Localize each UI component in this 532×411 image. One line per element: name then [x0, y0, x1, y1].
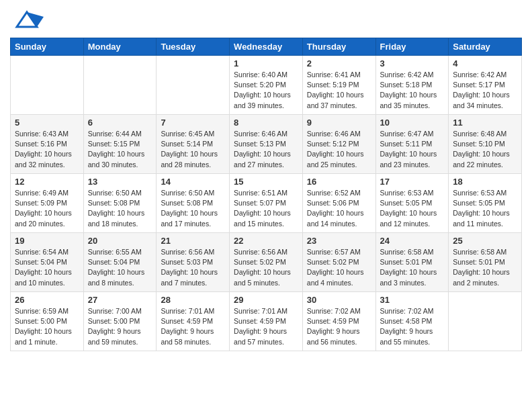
day-info: Sunrise: 6:55 AM Sunset: 5:04 PM Dayligh…	[88, 247, 152, 288]
calendar-cell	[449, 292, 522, 351]
day-info: Sunrise: 7:00 AM Sunset: 5:00 PM Dayligh…	[88, 306, 152, 347]
day-info: Sunrise: 6:45 AM Sunset: 5:14 PM Dayligh…	[161, 129, 225, 170]
calendar-cell: 20Sunrise: 6:55 AM Sunset: 5:04 PM Dayli…	[83, 233, 157, 292]
calendar-table: SundayMondayTuesdayWednesdayThursdayFrid…	[10, 38, 522, 351]
week-row-3: 12Sunrise: 6:49 AM Sunset: 5:09 PM Dayli…	[11, 174, 522, 233]
day-number: 7	[161, 118, 225, 128]
day-info: Sunrise: 6:54 AM Sunset: 5:04 PM Dayligh…	[15, 247, 79, 288]
day-header-saturday: Saturday	[449, 38, 522, 56]
calendar-cell: 10Sunrise: 6:47 AM Sunset: 5:11 PM Dayli…	[375, 115, 449, 174]
day-info: Sunrise: 6:50 AM Sunset: 5:08 PM Dayligh…	[88, 188, 152, 229]
calendar-body: 1Sunrise: 6:40 AM Sunset: 5:20 PM Daylig…	[11, 56, 522, 351]
calendar-cell: 25Sunrise: 6:58 AM Sunset: 5:01 PM Dayli…	[449, 233, 522, 292]
day-info: Sunrise: 6:58 AM Sunset: 5:01 PM Dayligh…	[380, 247, 445, 288]
logo	[10, 7, 46, 34]
day-number: 9	[307, 118, 371, 128]
calendar-cell: 30Sunrise: 7:02 AM Sunset: 4:59 PM Dayli…	[302, 292, 375, 351]
day-number: 21	[161, 236, 225, 246]
calendar-cell: 6Sunrise: 6:44 AM Sunset: 5:15 PM Daylig…	[83, 115, 157, 174]
calendar-cell	[157, 56, 230, 115]
day-number: 20	[88, 236, 152, 246]
day-number: 10	[380, 118, 445, 128]
day-info: Sunrise: 6:47 AM Sunset: 5:11 PM Dayligh…	[380, 129, 445, 170]
calendar-cell: 24Sunrise: 6:58 AM Sunset: 5:01 PM Dayli…	[375, 233, 449, 292]
day-info: Sunrise: 6:41 AM Sunset: 5:19 PM Dayligh…	[307, 70, 371, 111]
day-number: 12	[15, 177, 79, 187]
day-header-tuesday: Tuesday	[157, 38, 230, 56]
calendar-cell: 3Sunrise: 6:42 AM Sunset: 5:18 PM Daylig…	[375, 56, 449, 115]
calendar-cell: 28Sunrise: 7:01 AM Sunset: 4:59 PM Dayli…	[157, 292, 230, 351]
day-number: 19	[15, 236, 79, 246]
day-number: 15	[234, 177, 298, 187]
calendar-cell	[83, 56, 157, 115]
week-row-1: 1Sunrise: 6:40 AM Sunset: 5:20 PM Daylig…	[11, 56, 522, 115]
day-number: 14	[161, 177, 225, 187]
calendar-cell: 14Sunrise: 6:50 AM Sunset: 5:08 PM Dayli…	[157, 174, 230, 233]
day-info: Sunrise: 7:02 AM Sunset: 4:59 PM Dayligh…	[307, 306, 371, 347]
day-number: 11	[453, 118, 517, 128]
day-info: Sunrise: 6:56 AM Sunset: 5:02 PM Dayligh…	[234, 247, 298, 288]
calendar-cell: 19Sunrise: 6:54 AM Sunset: 5:04 PM Dayli…	[11, 233, 84, 292]
day-info: Sunrise: 6:40 AM Sunset: 5:20 PM Dayligh…	[234, 70, 298, 111]
day-info: Sunrise: 6:52 AM Sunset: 5:06 PM Dayligh…	[307, 188, 371, 229]
calendar-cell: 26Sunrise: 6:59 AM Sunset: 5:00 PM Dayli…	[11, 292, 84, 351]
day-header-wednesday: Wednesday	[230, 38, 303, 56]
calendar-cell: 2Sunrise: 6:41 AM Sunset: 5:19 PM Daylig…	[302, 56, 375, 115]
calendar-cell: 11Sunrise: 6:48 AM Sunset: 5:10 PM Dayli…	[449, 115, 522, 174]
calendar-cell: 22Sunrise: 6:56 AM Sunset: 5:02 PM Dayli…	[230, 233, 303, 292]
day-info: Sunrise: 6:42 AM Sunset: 5:18 PM Dayligh…	[380, 70, 445, 111]
day-info: Sunrise: 7:02 AM Sunset: 4:58 PM Dayligh…	[380, 306, 445, 347]
day-number: 17	[380, 177, 445, 187]
calendar-cell	[11, 56, 84, 115]
day-info: Sunrise: 6:51 AM Sunset: 5:07 PM Dayligh…	[234, 188, 298, 229]
day-info: Sunrise: 6:50 AM Sunset: 5:08 PM Dayligh…	[161, 188, 225, 229]
logo-icon	[10, 7, 44, 34]
day-info: Sunrise: 6:53 AM Sunset: 5:05 PM Dayligh…	[453, 188, 517, 229]
day-number: 5	[15, 118, 79, 128]
day-number: 3	[380, 58, 445, 68]
calendar-cell: 4Sunrise: 6:42 AM Sunset: 5:17 PM Daylig…	[449, 56, 522, 115]
day-number: 18	[453, 177, 517, 187]
week-row-2: 5Sunrise: 6:43 AM Sunset: 5:16 PM Daylig…	[11, 115, 522, 174]
day-info: Sunrise: 6:46 AM Sunset: 5:13 PM Dayligh…	[234, 129, 298, 170]
day-info: Sunrise: 7:01 AM Sunset: 4:59 PM Dayligh…	[234, 306, 298, 347]
day-info: Sunrise: 6:59 AM Sunset: 5:00 PM Dayligh…	[15, 306, 79, 347]
day-header-friday: Friday	[375, 38, 449, 56]
calendar-cell: 13Sunrise: 6:50 AM Sunset: 5:08 PM Dayli…	[83, 174, 157, 233]
calendar-cell: 5Sunrise: 6:43 AM Sunset: 5:16 PM Daylig…	[11, 115, 84, 174]
calendar-cell: 7Sunrise: 6:45 AM Sunset: 5:14 PM Daylig…	[157, 115, 230, 174]
day-info: Sunrise: 6:46 AM Sunset: 5:12 PM Dayligh…	[307, 129, 371, 170]
day-info: Sunrise: 6:56 AM Sunset: 5:03 PM Dayligh…	[161, 247, 225, 288]
calendar-cell: 23Sunrise: 6:57 AM Sunset: 5:02 PM Dayli…	[302, 233, 375, 292]
day-info: Sunrise: 6:57 AM Sunset: 5:02 PM Dayligh…	[307, 247, 371, 288]
day-info: Sunrise: 7:01 AM Sunset: 4:59 PM Dayligh…	[161, 306, 225, 347]
calendar-cell: 1Sunrise: 6:40 AM Sunset: 5:20 PM Daylig…	[230, 56, 303, 115]
calendar-cell: 8Sunrise: 6:46 AM Sunset: 5:13 PM Daylig…	[230, 115, 303, 174]
day-info: Sunrise: 6:49 AM Sunset: 5:09 PM Dayligh…	[15, 188, 79, 229]
day-number: 6	[88, 118, 152, 128]
day-number: 4	[453, 58, 517, 68]
day-number: 2	[307, 58, 371, 68]
day-info: Sunrise: 6:42 AM Sunset: 5:17 PM Dayligh…	[453, 70, 517, 111]
day-number: 24	[380, 236, 445, 246]
day-number: 22	[234, 236, 298, 246]
day-number: 31	[380, 295, 445, 305]
day-info: Sunrise: 6:43 AM Sunset: 5:16 PM Dayligh…	[15, 129, 79, 170]
day-info: Sunrise: 6:53 AM Sunset: 5:05 PM Dayligh…	[380, 188, 445, 229]
calendar-cell: 18Sunrise: 6:53 AM Sunset: 5:05 PM Dayli…	[449, 174, 522, 233]
day-number: 8	[234, 118, 298, 128]
day-header-monday: Monday	[83, 38, 157, 56]
calendar-cell: 9Sunrise: 6:46 AM Sunset: 5:12 PM Daylig…	[302, 115, 375, 174]
day-number: 26	[15, 295, 79, 305]
day-header-sunday: Sunday	[11, 38, 84, 56]
calendar-cell: 16Sunrise: 6:52 AM Sunset: 5:06 PM Dayli…	[302, 174, 375, 233]
calendar-cell: 21Sunrise: 6:56 AM Sunset: 5:03 PM Dayli…	[157, 233, 230, 292]
day-number: 16	[307, 177, 371, 187]
day-header-thursday: Thursday	[302, 38, 375, 56]
day-number: 28	[161, 295, 225, 305]
calendar-cell: 15Sunrise: 6:51 AM Sunset: 5:07 PM Dayli…	[230, 174, 303, 233]
day-number: 25	[453, 236, 517, 246]
week-row-4: 19Sunrise: 6:54 AM Sunset: 5:04 PM Dayli…	[11, 233, 522, 292]
day-number: 29	[234, 295, 298, 305]
calendar-cell: 12Sunrise: 6:49 AM Sunset: 5:09 PM Dayli…	[11, 174, 84, 233]
